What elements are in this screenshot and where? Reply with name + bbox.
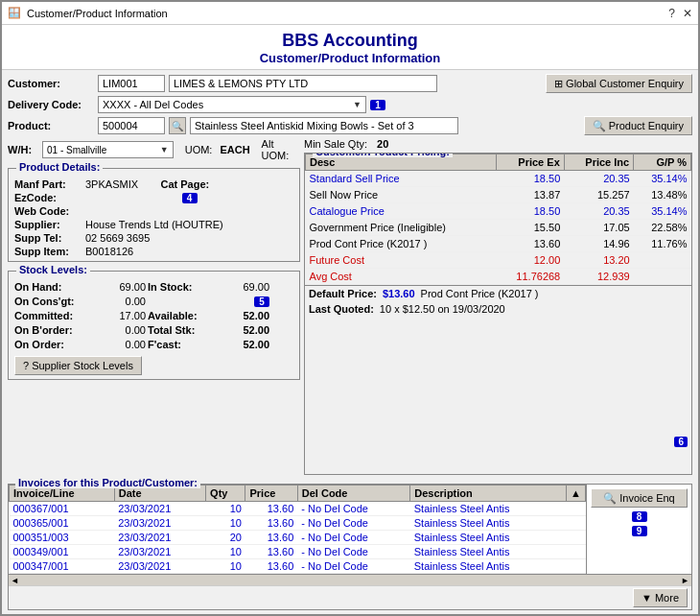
default-price-label: Default Price: — [309, 288, 377, 299]
min-sale-value: 20 — [377, 138, 388, 150]
badge-9: 9 — [632, 526, 647, 536]
invoice-row: 000365/001 23/03/2021 10 13.60 - No Del … — [10, 516, 586, 531]
stock-levels-title: Stock Levels: — [16, 264, 90, 275]
cat-page-label: Cat Page: — [161, 178, 219, 190]
pricing-row: Standard Sell Price 18.50 20.35 35.14% — [306, 171, 691, 187]
invoices-table-wrapper: Invoice/Line Date Qty Price Del Code Des… — [9, 485, 586, 574]
title-bar-right: ? ✕ — [668, 7, 692, 20]
global-customer-enquiry-button[interactable]: ⊞ Global Customer Enquiry — [546, 74, 692, 93]
default-price-row: Default Price: $13.60 Prod Cont Price (K… — [305, 285, 691, 301]
badge-5: 5 — [254, 296, 269, 307]
delivery-code-dropdown[interactable]: XXXX - All Del Codes ▼ — [98, 96, 366, 113]
supp-item-label: Supp Item: — [14, 246, 82, 257]
ezcode-value — [85, 192, 157, 203]
pricing-row: Prod Cont Price (K2017 ) 13.60 14.96 11.… — [306, 236, 691, 252]
inv-cell-price: 13.60 — [245, 531, 297, 545]
close-button[interactable]: ✕ — [683, 7, 692, 20]
cat-page-value — [222, 178, 294, 190]
right-panel: Min Sale Qty: 20 Customer/Product Pricin… — [304, 138, 692, 475]
left-panel: W/H: 01 - Smallville ▼ UOM: EACH Alt UOM… — [8, 138, 300, 475]
inv-cell-desc: Stainless Steel Antis — [410, 559, 567, 574]
inv-header-desc: Description — [410, 486, 567, 502]
supplier-stock-levels-button[interactable]: ? Supplier Stock Levels — [14, 356, 142, 375]
customer-name-input[interactable] — [169, 75, 437, 92]
pricing-group: Customer/Product Pricing: Desc Price Ex … — [304, 153, 692, 475]
wh-dropdown-arrow: ▼ — [160, 145, 169, 154]
pricing-cell-price-inc: 20.35 — [564, 203, 633, 220]
badge-8: 8 — [632, 511, 647, 522]
pricing-row: Sell Now Price 13.87 15.257 13.48% — [306, 187, 691, 203]
product-enquiry-button[interactable]: 🔍 Product Enquiry — [584, 116, 692, 135]
inv-cell-scroll — [567, 545, 586, 559]
title-bar-left: 🪟 Customer/Product Information — [8, 7, 168, 19]
inv-cell-qty: 10 — [206, 559, 245, 574]
customer-code-input[interactable] — [98, 75, 165, 92]
last-quoted-row: Last Quoted: 10 x $12.50 on 19/03/2020 — [305, 301, 691, 317]
wh-uom-row: W/H: 01 - Smallville ▼ UOM: EACH Alt UOM… — [8, 138, 300, 161]
help-button[interactable]: ? — [668, 7, 675, 20]
inv-cell-invoice: 000365/001 — [10, 516, 115, 531]
supp-tel-value: 02 5669 3695 — [85, 232, 293, 244]
inv-cell-desc: Stainless Steel Antis — [410, 531, 567, 545]
delivery-code-value: XXXX - All Del Codes — [103, 99, 351, 110]
pricing-header-price-ex: Price Ex — [496, 154, 564, 171]
invoices-table: Invoice/Line Date Qty Price Del Code Des… — [9, 485, 586, 574]
last-quoted-label: Last Quoted: — [309, 303, 374, 315]
invoice-enquiry-button[interactable]: 🔍 Invoice Enq — [591, 488, 688, 508]
available-label: Available: — [148, 310, 215, 321]
wh-dropdown[interactable]: 01 - Smallville ▼ — [42, 141, 174, 158]
inv-cell-del-code: - No Del Code — [297, 502, 410, 516]
product-details-title: Product Details: — [16, 161, 103, 173]
global-customer-enquiry-label: Global Customer Enquiry — [566, 78, 684, 89]
fcast-label: F'cast: — [148, 339, 215, 350]
invoices-footer: ▼ More — [9, 585, 691, 609]
delivery-label: Delivery Code: — [8, 99, 94, 110]
min-sale-label: Min Sale Qty: — [304, 138, 367, 150]
pricing-cell-desc: Sell Now Price — [306, 187, 497, 203]
product-search-button[interactable]: 🔍 — [169, 117, 186, 134]
pricing-cell-gp — [634, 269, 691, 285]
pricing-cell-price-ex: 13.60 — [496, 236, 564, 252]
pricing-cell-desc: Government Price (Ineligible) — [306, 220, 497, 236]
app-icon: 🪟 — [8, 7, 21, 19]
pricing-cell-gp — [634, 252, 691, 269]
product-name-input[interactable] — [190, 117, 458, 134]
on-order-value: 0.00 — [93, 339, 146, 350]
scroll-left-icon: ◄ — [11, 576, 19, 585]
grid-icon: ⊞ — [554, 78, 563, 90]
alt-uom-label: Alt UOM: — [262, 138, 300, 161]
top-fields: Customer: ⊞ Global Customer Enquiry Deli… — [8, 74, 692, 135]
pricing-cell-desc: Avg Cost — [306, 269, 497, 285]
product-code-input[interactable] — [98, 117, 165, 134]
committed-label: Committed: — [14, 310, 91, 321]
invoice-enquiry-label: Invoice Enq — [619, 492, 674, 504]
supp-item-value: B0018126 — [85, 246, 293, 257]
pricing-header-price-inc: Price Inc — [564, 154, 633, 171]
customer-row: Customer: ⊞ Global Customer Enquiry — [8, 74, 692, 93]
supplier-label: Supplier: — [14, 219, 82, 230]
page-subtitle: Customer/Product Information — [2, 51, 698, 65]
pricing-cell-desc: Prod Cont Price (K2017 ) — [306, 236, 497, 252]
inv-cell-date: 23/03/2021 — [114, 559, 205, 574]
pricing-cell-gp: 35.14% — [634, 171, 691, 187]
invoices-right-panel: 🔍 Invoice Enq 8 9 — [586, 485, 691, 574]
uom-label: UOM: — [185, 144, 213, 155]
product-label: Product: — [8, 120, 94, 131]
more-button[interactable]: ▼ More — [633, 588, 688, 607]
stock-levels-group: Stock Levels: On Hand: 69.00 In Stock: 6… — [8, 271, 300, 380]
pricing-cell-price-inc: 15.257 — [564, 187, 633, 203]
on-hand-value: 69.00 — [93, 281, 146, 293]
inv-cell-price: 13.60 — [245, 559, 297, 574]
customer-label: Customer: — [8, 78, 94, 89]
inv-cell-qty: 20 — [206, 531, 245, 545]
main-content: Customer: ⊞ Global Customer Enquiry Deli… — [2, 70, 698, 614]
product-row: Product: 🔍 🔍 Product Enquiry — [8, 116, 692, 135]
pricing-cell-price-ex: 12.00 — [496, 252, 564, 269]
window-title: Customer/Product Information — [27, 8, 168, 19]
pricing-cell-price-inc: 20.35 — [564, 171, 633, 187]
pricing-row: Government Price (Ineligible) 15.50 17.0… — [306, 220, 691, 236]
invoices-wrapper: Invoices for this Product/Customer: Invo… — [8, 484, 692, 610]
in-stock-label: In Stock: — [148, 281, 215, 293]
inv-cell-date: 23/03/2021 — [114, 502, 205, 516]
header-section: BBS Accounting Customer/Product Informat… — [2, 25, 698, 70]
